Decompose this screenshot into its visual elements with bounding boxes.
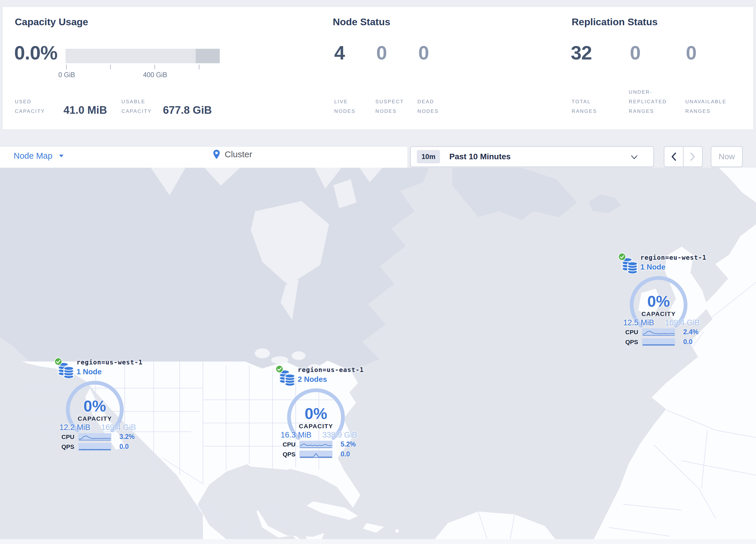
usable-capacity-label: USABLE CAPACITY	[121, 97, 152, 116]
capacity-bar	[66, 49, 220, 63]
cpu-sparkline	[78, 433, 111, 441]
usable-capacity-value: 677.8 GiB	[163, 105, 212, 115]
time-window-badge: 10m	[417, 150, 440, 163]
view-selector-node-map[interactable]: Node Map	[14, 151, 64, 161]
capacity-axis-label-0: 0 GiB	[58, 71, 75, 79]
region-qps-row: QPS 0.0	[283, 450, 350, 458]
region-cpu-row: CPU 2.4%	[625, 328, 698, 336]
cpu-sparkline	[299, 441, 332, 448]
total-ranges-count: 32	[571, 43, 592, 62]
capacity-axis-tick	[199, 65, 199, 69]
region-cpu-row: CPU 3.2%	[61, 433, 135, 441]
capacity-axis-label-400: 400 GiB	[143, 71, 167, 79]
cpu-value: 3.2%	[119, 433, 135, 441]
caret-down-icon	[59, 154, 64, 157]
qps-sparkline	[299, 451, 332, 458]
region-used-capacity: 12.2 MiB	[59, 423, 90, 432]
bottom-strip	[0, 539, 756, 544]
region-total-capacity: 169.4 GiB	[665, 318, 700, 327]
summary-card: Capacity Usage 0.0% 0 GiB 400 GiB USED C…	[2, 7, 754, 130]
map-pin-icon	[213, 149, 220, 159]
time-window-label: Past 10 Minutes	[449, 152, 511, 161]
breadcrumb[interactable]: Cluster	[213, 149, 252, 159]
region-marker-us-west-1[interactable]: region=us-west-1 1 Node 0% CAPACITY 12.2…	[54, 358, 141, 454]
time-step-forward-button[interactable]	[683, 147, 702, 166]
healthy-check-icon	[618, 253, 626, 261]
cpu-label: CPU	[283, 441, 299, 448]
node-status-title: Node Status	[333, 16, 390, 28]
chevron-left-icon	[671, 153, 676, 161]
time-window-step-buttons	[664, 146, 703, 167]
cpu-value: 2.4%	[683, 328, 698, 336]
region-capacity-percent: 0%	[66, 397, 124, 415]
qps-sparkline	[642, 338, 675, 346]
used-capacity-value: 41.0 MiB	[63, 105, 107, 115]
cpu-sparkline	[642, 329, 675, 336]
healthy-check-icon	[54, 358, 62, 366]
capacity-axis-tick	[66, 65, 67, 69]
dead-nodes-label: DEAD NODES	[417, 97, 439, 116]
live-nodes-count: 4	[334, 43, 345, 62]
chevron-down-icon	[631, 155, 638, 159]
region-capacity-percent: 0%	[287, 405, 345, 423]
cpu-value: 5.2%	[341, 440, 356, 448]
region-capacity-label: CAPACITY	[287, 423, 345, 430]
region-qps-row: QPS 0.0	[625, 338, 693, 346]
toolbar: Node Map Cluster 10m Past 10 Minutes Now	[0, 146, 756, 168]
cpu-label: CPU	[61, 434, 78, 440]
world-map	[0, 168, 756, 539]
region-capacity-label: CAPACITY	[630, 311, 688, 318]
capacity-axis-tick	[110, 65, 111, 69]
under-replicated-ranges-label: UNDER- REPLICATED RANGES	[629, 87, 667, 116]
cpu-label: CPU	[625, 329, 642, 336]
live-nodes-label: LIVE NODES	[334, 97, 355, 116]
region-qps-row: QPS 0.0	[61, 443, 129, 451]
region-capacity-label: CAPACITY	[66, 415, 124, 422]
capacity-percent: 0.0%	[14, 43, 57, 62]
time-window-selector[interactable]: 10m Past 10 Minutes	[410, 146, 654, 167]
qps-value: 0.0	[341, 450, 350, 458]
region-node-count-link[interactable]: 1 Node	[640, 262, 666, 271]
qps-label: QPS	[625, 339, 642, 346]
breadcrumb-label: Cluster	[225, 149, 252, 159]
region-node-count-link[interactable]: 1 Node	[77, 367, 102, 376]
dead-nodes-count: 0	[418, 43, 429, 62]
capacity-usage-title: Capacity Usage	[15, 16, 88, 28]
suspect-nodes-count: 0	[376, 43, 387, 62]
qps-value: 0.0	[683, 338, 693, 346]
time-step-back-button[interactable]	[664, 147, 683, 166]
region-node-count-link[interactable]: 2 Nodes	[298, 375, 327, 384]
chevron-right-icon	[690, 153, 695, 161]
qps-sparkline	[78, 443, 111, 451]
total-ranges-label: TOTAL RANGES	[572, 97, 597, 116]
region-label: region=us-east-1	[298, 366, 364, 374]
healthy-check-icon	[275, 365, 283, 373]
capacity-axis-tick	[155, 65, 155, 69]
region-cpu-row: CPU 5.2%	[283, 440, 356, 448]
region-label: region=eu-west-1	[640, 254, 706, 261]
region-capacity-values: 12.5 MiB 169.4 GiB	[623, 318, 700, 327]
qps-label: QPS	[283, 451, 299, 458]
capacity-bar-reserved-segment	[196, 49, 220, 63]
region-total-capacity: 169.4 GiB	[101, 423, 136, 432]
region-marker-us-east-1[interactable]: region=us-east-1 2 Nodes 0% CAPACITY 16.…	[275, 365, 362, 461]
unavailable-ranges-count: 0	[686, 43, 696, 62]
region-marker-eu-west-1[interactable]: region=eu-west-1 1 Node 0% CAPACITY 12.5…	[618, 253, 705, 349]
view-selector-label: Node Map	[14, 151, 52, 161]
suspect-nodes-label: SUSPECT NODES	[375, 97, 404, 116]
region-total-capacity: 338.9 GiB	[322, 431, 357, 440]
now-button[interactable]: Now	[711, 146, 743, 167]
region-used-capacity: 16.3 MiB	[281, 431, 312, 440]
region-capacity-values: 16.3 MiB 338.9 GiB	[281, 431, 357, 440]
region-used-capacity: 12.5 MiB	[623, 318, 654, 327]
unavailable-ranges-label: UNAVAILABLE RANGES	[685, 97, 726, 116]
node-map	[0, 168, 756, 539]
region-label: region=us-west-1	[77, 359, 143, 366]
used-capacity-label: USED CAPACITY	[15, 97, 45, 116]
region-capacity-values: 12.2 MiB 169.4 GiB	[59, 423, 136, 432]
region-capacity-percent: 0%	[630, 292, 688, 310]
qps-value: 0.0	[119, 443, 129, 451]
under-replicated-ranges-count: 0	[630, 43, 640, 62]
qps-label: QPS	[61, 443, 78, 450]
replication-status-title: Replication Status	[572, 16, 658, 28]
